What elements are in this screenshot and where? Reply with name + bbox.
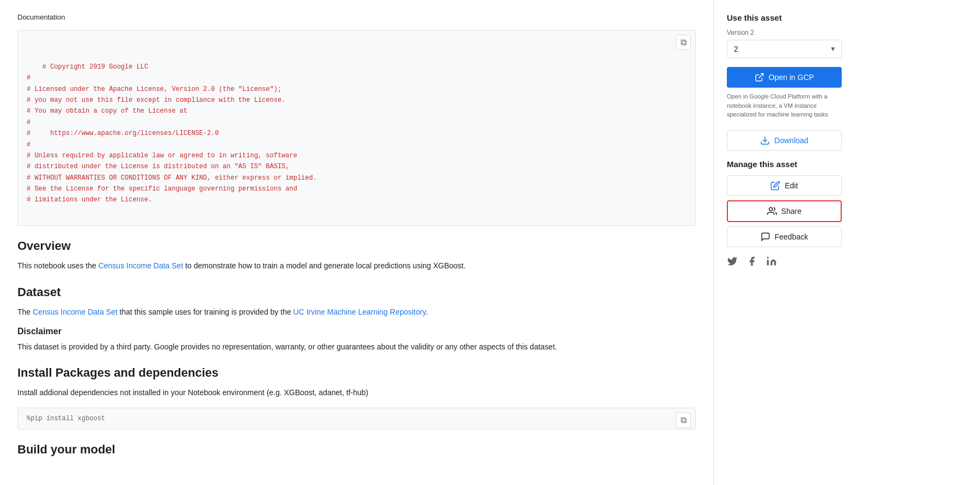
install-section: Install Packages and dependencies Instal… [17,366,696,429]
license-copy-button[interactable]: ⧉ [676,35,691,50]
disclaimer-heading: Disclaimer [17,327,696,336]
disclaimer-text: This dataset is provided by a third part… [17,341,696,353]
linkedin-icon[interactable] [766,256,777,269]
dataset-text-middle: that this sample uses for training is pr… [118,308,293,316]
uci-link[interactable]: UC Irvine Machine Learning Repository [293,308,426,316]
license-code-block: ⧉ # Copyright 2019 Google LLC # # Licens… [17,30,696,226]
share-icon [767,206,777,216]
gcp-description: Open in Google Cloud Platform with a not… [727,92,842,119]
install-copy-button[interactable]: ⧉ [676,413,691,428]
feedback-label: Feedback [775,232,808,241]
install-heading: Install Packages and dependencies [17,366,696,380]
facebook-icon[interactable] [746,256,757,269]
dataset-heading: Dataset [17,285,696,299]
build-heading: Build your model [17,443,696,457]
page-title: Documentation [17,13,696,21]
edit-label: Edit [785,181,798,190]
download-icon [760,136,770,145]
use-asset-section: Use this asset Version 2 2 1 ▼ Open in G… [727,13,842,151]
install-code-text: %pip install xgboost [27,415,105,422]
overview-text-after: to demonstrate how to train a model and … [183,261,465,270]
download-button[interactable]: Download [727,130,842,151]
feedback-button[interactable]: Feedback [727,226,842,247]
feedback-icon [761,232,770,242]
overview-heading: Overview [17,239,696,253]
version-select-wrapper: 2 1 ▼ [727,40,842,58]
overview-section: Overview This notebook uses the Census I… [17,239,696,272]
open-gcp-label: Open in GCP [769,73,814,82]
census-income-link-1[interactable]: Census Income Data Set [99,261,183,270]
external-link-icon [755,72,764,82]
svg-point-3 [767,256,769,258]
twitter-icon[interactable] [727,256,738,269]
svg-point-2 [769,207,773,211]
overview-text: This notebook uses the Census Income Dat… [17,260,696,272]
overview-text-before: This notebook uses the [17,261,99,270]
version-select[interactable]: 2 1 [727,40,842,58]
build-section: Build your model [17,443,696,457]
dataset-section: Dataset The Census Income Data Set that … [17,285,696,353]
version-label: Version 2 [727,29,842,36]
dataset-text: The Census Income Data Set that this sam… [17,306,696,318]
use-asset-title: Use this asset [727,13,842,22]
dataset-text-after: . [426,308,428,316]
sidebar: Use this asset Version 2 2 1 ▼ Open in G… [713,0,855,485]
main-content: Documentation ⧉ # Copyright 2019 Google … [0,0,713,485]
download-label: Download [774,136,808,145]
share-button[interactable]: Share [727,200,842,222]
open-gcp-button[interactable]: Open in GCP [727,67,842,88]
manage-asset-section: Manage this asset Edit Share Feedback [727,159,842,269]
edit-icon [770,181,780,191]
dataset-text-before: The [17,308,33,316]
install-text: Install addional dependencies not instal… [17,386,696,398]
social-icons [727,256,842,269]
license-code-text: # Copyright 2019 Google LLC # # Licensed… [27,63,317,204]
install-code-block: %pip install xgboost ⧉ [17,408,696,429]
share-label: Share [781,207,801,216]
svg-line-0 [758,73,763,78]
manage-asset-title: Manage this asset [727,159,842,169]
edit-button[interactable]: Edit [727,175,842,196]
census-income-link-2[interactable]: Census Income Data Set [33,308,118,316]
